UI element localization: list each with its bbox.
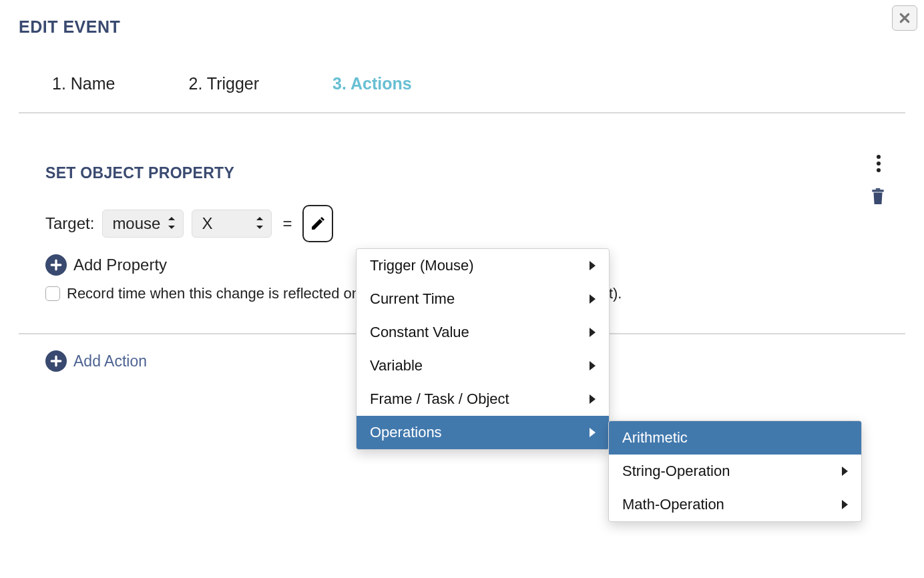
submenu-arrow-icon [590, 294, 596, 304]
trash-icon [869, 186, 887, 206]
svg-rect-0 [876, 188, 881, 190]
submenu-arrow-icon [590, 428, 596, 437]
menu-item-label: Trigger (Mouse) [370, 257, 474, 274]
plus-circle-icon [45, 350, 67, 372]
target-object-value: mouse [112, 214, 160, 232]
target-object-select[interactable]: mouse [102, 210, 184, 238]
step-trigger[interactable]: 2. Trigger [188, 74, 259, 93]
submenu-item-math-operation[interactable]: Math-Operation [609, 488, 861, 521]
add-action-label: Add Action [73, 352, 147, 370]
menu-item-frame-task-object[interactable]: Frame / Task / Object [357, 382, 609, 416]
operations-submenu: ArithmeticString-OperationMath-Operation [608, 420, 862, 522]
submenu-arrow-icon [590, 328, 596, 337]
plus-circle-icon [45, 254, 67, 276]
menu-item-variable[interactable]: Variable [357, 349, 609, 382]
submenu-item-string-operation[interactable]: String-Operation [609, 455, 861, 488]
svg-rect-1 [872, 190, 883, 192]
close-button[interactable] [892, 5, 917, 31]
record-time-checkbox[interactable] [45, 286, 60, 301]
step-tabs: 1. Name 2. Trigger 3. Actions [19, 74, 905, 113]
step-actions[interactable]: 3. Actions [332, 74, 412, 93]
action-menu-kebab[interactable] [871, 152, 887, 176]
submenu-arrow-icon [590, 261, 596, 270]
add-property-label: Add Property [73, 256, 167, 274]
menu-item-label: Current Time [370, 290, 455, 308]
menu-item-operations[interactable]: Operations [357, 416, 609, 449]
menu-item-label: String-Operation [622, 463, 730, 480]
submenu-arrow-icon [842, 500, 848, 509]
submenu-arrow-icon [590, 361, 596, 370]
menu-item-label: Operations [370, 424, 442, 441]
menu-item-label: Constant Value [370, 324, 469, 341]
menu-item-label: Frame / Task / Object [370, 390, 509, 408]
target-property-select[interactable]: X [192, 210, 272, 238]
value-source-menu: Trigger (Mouse)Current TimeConstant Valu… [356, 248, 610, 450]
equals-sign: = [280, 214, 294, 233]
menu-item-label: Variable [370, 357, 423, 374]
menu-item-current-time[interactable]: Current Time [357, 282, 609, 316]
submenu-arrow-icon [590, 394, 596, 404]
modal-title: EDIT EVENT [19, 17, 905, 37]
target-label: Target: [45, 214, 94, 233]
target-property-value: X [202, 214, 212, 232]
submenu-arrow-icon [842, 467, 848, 476]
submenu-item-arithmetic[interactable]: Arithmetic [609, 421, 861, 455]
menu-item-label: Math-Operation [622, 496, 724, 513]
section-title: SET OBJECT PROPERTY [45, 164, 905, 182]
edit-value-button[interactable] [302, 205, 333, 242]
delete-action-button[interactable] [869, 186, 887, 209]
close-icon [899, 12, 911, 24]
pencil-icon [310, 216, 326, 232]
menu-item-label: Arithmetic [622, 429, 688, 447]
step-name[interactable]: 1. Name [52, 74, 115, 93]
menu-item-constant-value[interactable]: Constant Value [357, 316, 609, 349]
menu-item-trigger-mouse[interactable]: Trigger (Mouse) [357, 249, 609, 282]
